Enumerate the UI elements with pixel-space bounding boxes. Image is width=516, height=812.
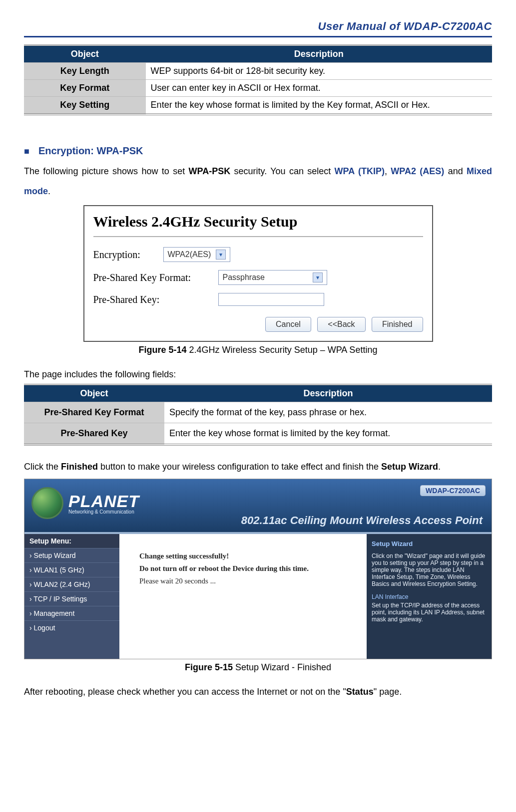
cancel-button[interactable]: Cancel — [265, 317, 311, 332]
help-title: Setup Wizard — [372, 540, 487, 547]
psk-format-select[interactable]: Passphrase ▾ — [218, 270, 327, 285]
figure-5-14-caption: Figure 5-14 2.4GHz Wireless Security Set… — [24, 345, 492, 355]
header-rule — [24, 36, 492, 37]
wpa-psk-intro-paragraph: The following picture shows how to set W… — [24, 162, 492, 201]
sidebar-item-wlan2[interactable]: › WLAN2 (2.4 GHz) — [24, 577, 119, 591]
model-badge: WDAP-C7200AC — [420, 485, 486, 496]
device-banner: PLANET Networking & Communication WDAP-C… — [24, 479, 492, 534]
psk-label: Pre-Shared Key: — [93, 294, 218, 305]
figure-rule — [93, 236, 423, 237]
sidebar-title: Setup Menu: — [24, 534, 119, 548]
figure-5-15-caption: Figure 5-15 Setup Wizard - Finished — [24, 662, 492, 673]
table2-r0-obj: Pre-Shared Key Format — [24, 402, 164, 423]
page-header-title: User Manual of WDAP-C7200AC — [24, 20, 492, 33]
table1-r2-obj: Key Setting — [24, 97, 146, 115]
table2-head-desc: Description — [164, 385, 492, 402]
sidebar-item-logout[interactable]: › Logout — [24, 620, 119, 635]
status-line-2: Do not turn off or reboot the Device dur… — [139, 564, 347, 573]
brand-subtitle: Networking & Communication — [68, 509, 139, 515]
status-line-3: Please wait 20 seconds ... — [139, 577, 347, 585]
sidebar-item-management[interactable]: › Management — [24, 606, 119, 620]
fields-intro: The page includes the following fields: — [24, 368, 492, 381]
help-sub-paragraph: Set up the TCP/IP address of the access … — [372, 602, 487, 623]
security-setup-title: Wireless 2.4GHz Security Setup — [93, 213, 423, 230]
table1-r1-obj: Key Format — [24, 80, 146, 97]
table1-r0-desc: WEP supports 64-bit or 128-bit security … — [146, 63, 492, 80]
help-paragraph: Click on the "Wizard" page and it will g… — [372, 552, 487, 587]
brand-name: PLANET — [68, 492, 139, 511]
figure-5-14-panel: Wireless 2.4GHz Security Setup Encryptio… — [83, 205, 433, 342]
table-wpa-fields: Object Description Pre-Shared Key Format… — [24, 384, 492, 446]
encryption-select[interactable]: WPA2(AES) ▾ — [163, 247, 231, 262]
section-encryption-wpa-psk: ■Encryption: WPA-PSK — [24, 145, 492, 157]
chevron-down-icon: ▾ — [313, 272, 323, 282]
after-reboot-note: After rebooting, please check whether yo… — [24, 686, 492, 698]
psk-format-label: Pre-Shared Key Format: — [93, 272, 218, 283]
help-panel: Setup Wizard Click on the "Wizard" page … — [367, 534, 492, 659]
table1-r1-desc: User can enter key in ASCII or Hex forma… — [146, 80, 492, 97]
table1-r0-obj: Key Length — [24, 63, 146, 80]
table1-r2-desc: Enter the key whose format is limited by… — [146, 97, 492, 115]
banner-tagline: 802.11ac Ceiling Mount Wireless Access P… — [241, 514, 483, 527]
section-title: Encryption: WPA-PSK — [38, 145, 143, 156]
planet-globe-icon — [31, 487, 63, 519]
psk-format-value: Passphrase — [223, 273, 265, 282]
psk-input[interactable] — [218, 293, 324, 306]
main-content-area: Change setting successfully! Do not turn… — [119, 534, 367, 659]
table1-head-desc: Description — [146, 45, 492, 63]
help-subtitle: LAN Interface — [372, 593, 487, 600]
status-line-1: Change setting successfully! — [139, 552, 347, 560]
chevron-down-icon: ▾ — [216, 250, 226, 260]
back-button[interactable]: <<Back — [317, 317, 365, 332]
sidebar-item-wlan1[interactable]: › WLAN1 (5 GHz) — [24, 562, 119, 577]
table2-head-object: Object — [24, 385, 164, 402]
table2-r0-desc: Specify the format of the key, pass phra… — [164, 402, 492, 423]
encryption-select-value: WPA2(AES) — [168, 250, 211, 259]
table2-r1-desc: Enter the key whose format is limited by… — [164, 423, 492, 445]
bullet-square-icon: ■ — [24, 146, 29, 156]
table-wep-keys: Object Description Key Length WEP suppor… — [24, 44, 492, 115]
figure-5-15-panel: PLANET Networking & Communication WDAP-C… — [24, 479, 492, 659]
finish-instruction: Click the Finished button to make your w… — [24, 461, 492, 473]
table1-head-object: Object — [24, 45, 146, 63]
setup-menu-sidebar: Setup Menu: › Setup Wizard › WLAN1 (5 GH… — [24, 534, 119, 659]
table2-r1-obj: Pre-Shared Key — [24, 423, 164, 445]
sidebar-item-setup-wizard[interactable]: › Setup Wizard — [24, 548, 119, 562]
finished-button[interactable]: Finished — [372, 317, 423, 332]
encryption-label: Encryption: — [93, 249, 163, 261]
sidebar-item-tcpip[interactable]: › TCP / IP Settings — [24, 591, 119, 606]
